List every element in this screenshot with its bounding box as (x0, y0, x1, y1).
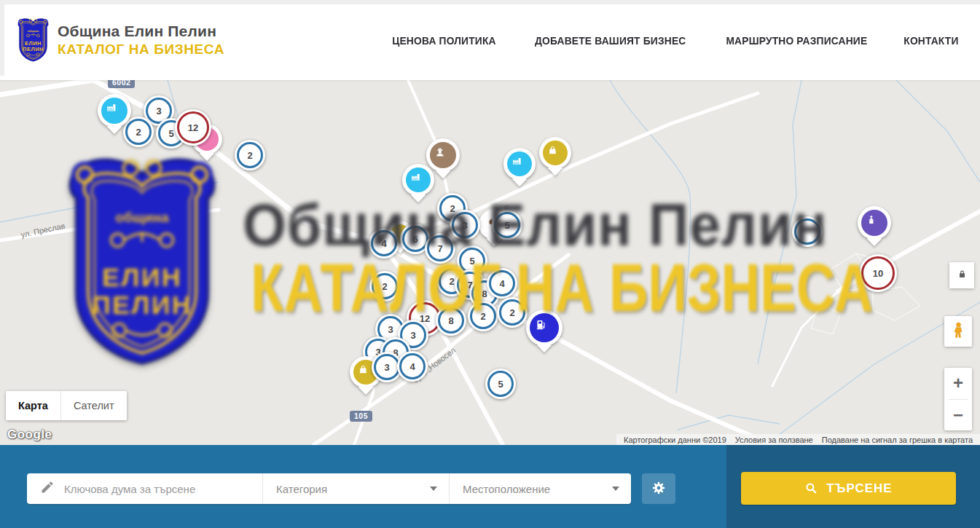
page: Община Елин Пелин КАТАЛОГ НА БИЗНЕСА ЦЕН… (0, 0, 980, 528)
category-placeholder: Категория (276, 483, 327, 495)
advanced-search-button[interactable] (642, 473, 675, 504)
location-select[interactable]: Местоположение (449, 473, 631, 504)
cluster-count: 2 (449, 276, 454, 287)
cluster-ring: 3 (452, 212, 478, 238)
factory-icon (106, 102, 123, 119)
nav-item-pricing[interactable]: ЦЕНОВА ПОЛИТИКА (392, 34, 495, 47)
map-cluster-marker[interactable]: 2 (235, 140, 265, 170)
map-cluster-marker[interactable]: 8 (436, 305, 466, 336)
keyword-input[interactable] (64, 483, 252, 495)
window-edge-left (0, 0, 4, 76)
pegman-button[interactable] (944, 316, 972, 347)
map-cluster-marker[interactable]: 10 (859, 254, 897, 292)
pin-inner (430, 142, 456, 168)
cluster-ring: 8 (438, 307, 464, 334)
fuel-pump-icon (535, 318, 554, 337)
map-cluster-marker[interactable]: 2 (497, 297, 528, 328)
attribution-copyright: Картографски данни ©2019 (619, 436, 731, 444)
map-type-map-button[interactable]: Карта (6, 391, 60, 420)
cluster-ring: 2 (125, 119, 152, 145)
map-type-satellite-button[interactable]: Сателит (60, 391, 127, 420)
window-edge-top (0, 0, 980, 4)
shopping-bag-icon (547, 145, 563, 161)
map-cluster-marker[interactable]: 7 (425, 233, 455, 264)
map-cluster-marker[interactable]: 12 (175, 109, 211, 146)
cluster-count: 12 (188, 122, 198, 133)
cluster-ring: 2 (499, 299, 525, 326)
pin-inner (861, 210, 887, 236)
cluster-count: 5 (504, 220, 509, 231)
zoom-in-button[interactable]: + (944, 368, 972, 399)
shopping-bag-category-pin[interactable] (539, 137, 571, 169)
cluster-count: 10 (873, 268, 883, 279)
factory-icon (511, 156, 528, 172)
search-bar: Категория Местоположение ТЪРСЕНЕ (0, 445, 980, 528)
pin-inner (101, 98, 128, 124)
cluster-ring (794, 218, 820, 245)
pencil-icon (40, 480, 55, 497)
cluster-count: 8 (482, 288, 487, 299)
nav-item-route-schedule[interactable]: МАРШРУТНО РАЗПИСАНИЕ (726, 34, 868, 47)
church-icon (866, 214, 883, 232)
lock-icon (957, 268, 968, 283)
cluster-ring: 2 (372, 273, 398, 299)
location-placeholder: Местоположение (463, 483, 550, 495)
cluster-count: 3 (388, 324, 393, 335)
cluster-count: 2 (247, 150, 252, 161)
pin-inner (507, 151, 532, 176)
map-cluster-marker[interactable]: 3 (450, 210, 480, 240)
cluster-ring: 10 (861, 256, 895, 290)
terms-link[interactable]: Условия за ползване (731, 436, 818, 444)
search-icon (804, 481, 818, 495)
site-title: Община Елин Пелин (58, 23, 224, 40)
cluster-count: 2 (382, 281, 387, 292)
site-subtitle: КАТАЛОГ НА БИЗНЕСА (58, 42, 224, 58)
cluster-count: 4 (499, 278, 504, 289)
cluster-count: 3 (384, 362, 389, 373)
search-submit-button[interactable]: ТЪРСЕНЕ (741, 472, 956, 505)
map-cluster-marker[interactable]: 5 (492, 210, 522, 240)
report-error-link[interactable]: Подаване на сигнал за грешка в картата (818, 436, 977, 444)
cluster-count: 2 (450, 203, 455, 214)
cluster-ring: 12 (177, 111, 209, 143)
factory-category-pin[interactable] (503, 148, 536, 180)
map-cluster-marker[interactable]: 2 (468, 301, 498, 331)
nav-item-contacts[interactable]: КОНТАКТИ (903, 34, 958, 47)
map-cluster-marker[interactable] (792, 216, 823, 247)
cluster-count: 5 (498, 379, 503, 390)
pin-inner (543, 141, 568, 165)
fuel-pump-category-pin[interactable] (526, 310, 562, 346)
zoom-out-button[interactable]: − (944, 400, 972, 431)
keyword-field[interactable] (27, 473, 262, 504)
map-cluster-marker[interactable]: 4 (397, 351, 428, 382)
cluster-ring: 2 (470, 303, 496, 329)
google-map[interactable]: ул. Преслав бул. „Новосел щи 6002 105 32… (0, 80, 980, 445)
cluster-count: 2 (480, 311, 485, 322)
map-cluster-marker[interactable]: 2 (123, 117, 154, 147)
cluster-ring: 4 (489, 270, 515, 296)
cluster-ring: 5 (487, 371, 514, 397)
map-cluster-marker[interactable]: 4 (369, 228, 399, 259)
cluster-count: 7 (437, 243, 442, 254)
google-logo[interactable]: Google (7, 427, 52, 442)
cluster-count: 2 (136, 127, 141, 138)
lock-button[interactable] (949, 262, 974, 288)
cluster-count: 8 (448, 315, 453, 326)
map-cluster-marker[interactable]: 5 (485, 369, 516, 399)
map-cluster-marker[interactable]: 4 (487, 268, 517, 299)
factory-category-pin[interactable] (402, 164, 434, 196)
church-category-pin[interactable] (858, 206, 891, 240)
factory-category-pin[interactable] (98, 94, 131, 127)
cluster-ring: 4 (399, 353, 426, 379)
cluster-count: 4 (409, 361, 415, 372)
header: Община Елин Пелин КАТАЛОГ НА БИЗНЕСА ЦЕН… (0, 0, 980, 80)
cluster-count: 3 (410, 330, 415, 341)
brand-logo-link[interactable]: Община Елин Пелин КАТАЛОГ НА БИЗНЕСА (16, 17, 224, 63)
pegman-icon (950, 319, 967, 344)
chevron-down-icon (430, 486, 437, 491)
nav-item-add-business[interactable]: ДОБАВЕТЕ ВАШИЯТ БИЗНЕС (535, 34, 686, 47)
category-select[interactable]: Категория (262, 473, 449, 504)
worker-category-pin[interactable] (426, 138, 460, 172)
pin-inner (530, 313, 559, 342)
map-cluster-marker[interactable]: 2 (369, 271, 400, 302)
